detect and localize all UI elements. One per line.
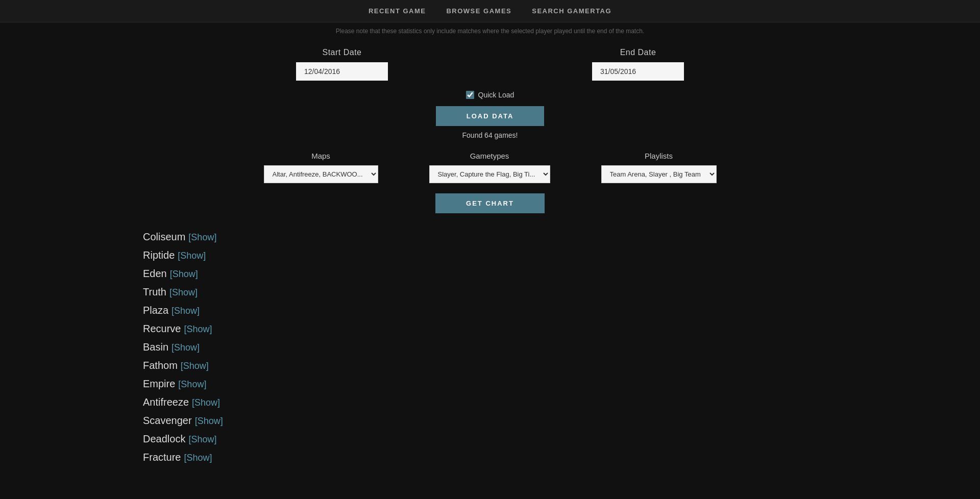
map-show-link[interactable]: [Show] (188, 434, 216, 444)
map-item: Basin[Show] (143, 339, 980, 355)
map-item: Riptide[Show] (143, 247, 980, 263)
map-show-link[interactable]: [Show] (178, 379, 206, 389)
gametypes-filter-select[interactable]: Slayer, Capture the Flag, Big Ti... (429, 165, 550, 183)
nav-browse-games[interactable]: BROWSE GAMES (446, 7, 511, 15)
playlists-filter-label: Playlists (645, 152, 673, 160)
map-item: Fracture[Show] (143, 449, 980, 465)
map-item: Scavenger[Show] (143, 412, 980, 429)
map-item: Deadlock[Show] (143, 431, 980, 447)
quick-load-row: Quick Load (466, 91, 514, 99)
map-name: Plaza (143, 305, 168, 316)
map-item: Recurve[Show] (143, 320, 980, 337)
map-item: Antifreeze[Show] (143, 394, 980, 410)
map-show-link[interactable]: [Show] (181, 361, 209, 371)
map-name: Scavenger (143, 415, 192, 426)
gametypes-filter-label: Gametypes (470, 152, 509, 160)
map-name: Recurve (143, 323, 181, 334)
map-name: Truth (143, 286, 166, 297)
map-show-link[interactable]: [Show] (192, 397, 220, 408)
map-item: Coliseum[Show] (143, 229, 980, 245)
start-date-group: Start Date (296, 48, 388, 81)
map-name: Empire (143, 378, 175, 389)
map-show-link[interactable]: [Show] (184, 324, 212, 334)
map-name: Deadlock (143, 433, 185, 444)
nav-recent-game[interactable]: RECENT GAME (369, 7, 426, 15)
map-show-link[interactable]: [Show] (169, 287, 198, 297)
map-show-link[interactable]: [Show] (170, 269, 198, 279)
map-item: Truth[Show] (143, 284, 980, 300)
end-date-label: End Date (620, 48, 656, 57)
end-date-group: End Date (592, 48, 684, 81)
map-name: Eden (143, 268, 167, 279)
get-chart-button[interactable]: GET CHART (435, 193, 545, 213)
map-item: Plaza[Show] (143, 302, 980, 318)
notice-text: Please note that these statistics only i… (0, 22, 980, 38)
quick-load-label: Quick Load (478, 91, 514, 99)
map-name: Basin (143, 341, 168, 353)
map-name: Fathom (143, 360, 178, 371)
start-date-input[interactable] (296, 62, 388, 81)
map-name: Coliseum (143, 231, 185, 242)
start-date-label: Start Date (322, 48, 361, 57)
map-item: Eden[Show] (143, 265, 980, 282)
map-show-link[interactable]: [Show] (172, 306, 200, 316)
nav-search-gamertag[interactable]: SEARCH GAMERTAG (532, 7, 611, 15)
main-content: Start Date End Date Quick Load LOAD DATA… (0, 38, 980, 465)
maps-filter-label: Maps (311, 152, 330, 160)
load-data-button[interactable]: LOAD DATA (436, 106, 545, 126)
playlists-filter-group: Playlists Team Arena, Slayer , Big Team (601, 152, 717, 183)
map-show-link[interactable]: [Show] (178, 251, 206, 261)
end-date-input[interactable] (592, 62, 684, 81)
map-list: Coliseum[Show]Riptide[Show]Eden[Show]Tru… (0, 229, 980, 465)
map-name: Riptide (143, 250, 175, 261)
map-name: Fracture (143, 452, 181, 463)
map-item: Empire[Show] (143, 376, 980, 392)
gametypes-filter-group: Gametypes Slayer, Capture the Flag, Big … (429, 152, 550, 183)
found-games-text: Found 64 games! (462, 131, 518, 139)
map-name: Antifreeze (143, 396, 189, 408)
filter-row: Maps Altar, Antifreeze, BACKWOO... Gamet… (0, 152, 980, 183)
maps-filter-group: Maps Altar, Antifreeze, BACKWOO... (264, 152, 378, 183)
maps-filter-select[interactable]: Altar, Antifreeze, BACKWOO... (264, 165, 378, 183)
map-show-link[interactable]: [Show] (172, 342, 200, 353)
date-row: Start Date End Date (0, 48, 980, 81)
main-nav: RECENT GAME BROWSE GAMES SEARCH GAMERTAG (0, 0, 980, 22)
map-item: Fathom[Show] (143, 357, 980, 373)
map-show-link[interactable]: [Show] (188, 232, 216, 242)
playlists-filter-select[interactable]: Team Arena, Slayer , Big Team (601, 165, 717, 183)
map-show-link[interactable]: [Show] (184, 453, 212, 463)
quick-load-checkbox[interactable] (466, 91, 474, 99)
map-show-link[interactable]: [Show] (195, 416, 223, 426)
